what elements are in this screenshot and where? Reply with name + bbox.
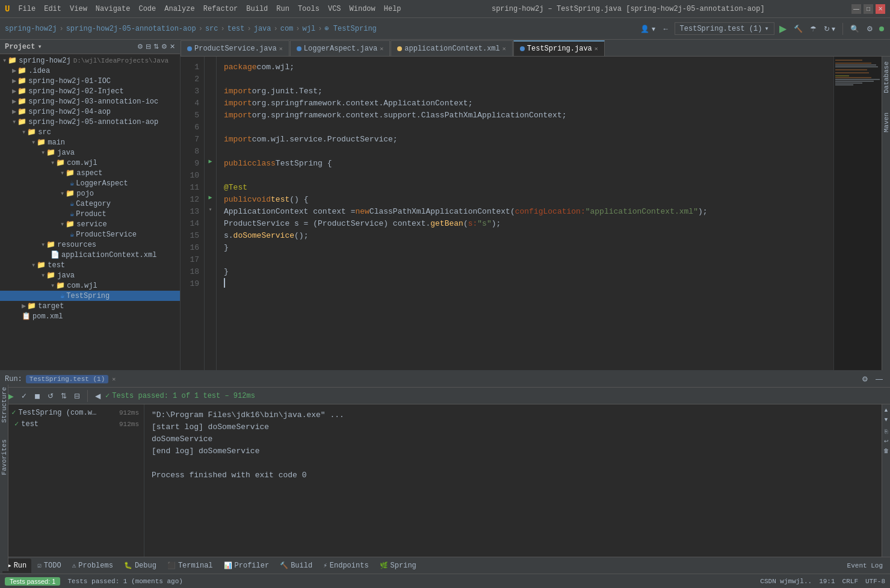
tests-passed-button[interactable]: Tests passed: 1 [5, 577, 60, 586]
charset-label[interactable]: UTF-8 [865, 578, 885, 585]
breadcrumb-part-4[interactable]: java [254, 25, 271, 33]
project-settings-icon[interactable]: ⚙ [137, 43, 143, 51]
menu-run[interactable]: Run [273, 4, 293, 14]
tab-appcontext[interactable]: applicationContext.xml ✕ [391, 40, 512, 56]
run-gutter-icon-9[interactable]: ▶ [205, 158, 216, 170]
tab-loggeraspect-close-icon[interactable]: ✕ [380, 45, 383, 52]
tree-item-test[interactable]: ▾ 📁 test [0, 260, 180, 270]
run-gutter-icon-12[interactable]: ▶ [205, 194, 216, 206]
breadcrumb-part-1[interactable]: spring-how2j-05-annotation-aop [66, 25, 196, 33]
tree-item-service[interactable]: ▾ 📁 service [0, 219, 180, 229]
bottom-tab-terminal[interactable]: ⬛ Terminal [162, 559, 218, 573]
tab-testspring-close-icon[interactable]: ✕ [595, 45, 598, 52]
bottom-tab-build[interactable]: 🔨 Build [275, 559, 317, 573]
run-stop-button[interactable]: ◼ [32, 391, 43, 401]
favorites-sidebar-label[interactable]: Favorites [1, 439, 8, 475]
project-chevron-icon[interactable]: ▾ [37, 42, 42, 51]
menu-refactor[interactable]: Refactor [200, 4, 242, 14]
run-scroll-up-button[interactable]: ▲ [881, 406, 890, 414]
search-button[interactable]: 🔍 [848, 23, 862, 34]
menu-view[interactable]: View [66, 4, 91, 14]
project-close-icon[interactable]: ✕ [170, 43, 175, 51]
run-config-selector[interactable]: TestSpring.test (1) ▾ [675, 22, 774, 35]
event-log-label[interactable]: Event Log [842, 562, 888, 569]
tree-item-testspring[interactable]: ☕ TestSpring [0, 291, 180, 301]
run-minimize-icon[interactable]: — [873, 374, 885, 385]
run-button[interactable]: ▶ [777, 22, 789, 36]
bottom-tab-problems[interactable]: ⚠ Problems [67, 559, 118, 573]
tree-item-productservice[interactable]: ☕ ProductService [0, 229, 180, 240]
menu-vcs[interactable]: VCS [324, 4, 345, 14]
maximize-button[interactable]: □ [864, 4, 873, 14]
tree-item-mod01[interactable]: ▶ 📁 spring-how2j-01-IOC [0, 76, 180, 86]
tree-item-resources[interactable]: ▾ 📁 resources [0, 240, 180, 250]
tree-item-mod04[interactable]: ▶ 📁 spring-how2j-04-aop [0, 107, 180, 117]
code-editor[interactable]: 1 2 3 4 5 6 7 8 9 10 11 12 13 14 [181, 57, 890, 370]
project-sort-icon[interactable]: ⇅ [153, 43, 159, 51]
project-gear-icon[interactable]: ⚙ [161, 43, 167, 51]
breadcrumb-part-3[interactable]: test [227, 25, 245, 33]
bottom-tab-endpoints[interactable]: ⚡ Endpoints [318, 559, 373, 573]
run-settings-icon[interactable]: ⚙ [859, 374, 871, 385]
run-tab-label[interactable]: TestSpring.test (1) [26, 375, 108, 383]
tab-testspring[interactable]: TestSpring.java ✕ [513, 40, 605, 56]
tab-productservice[interactable]: ProductService.java ✕ [181, 40, 289, 56]
tree-item-pojo[interactable]: ▾ 📁 pojo [0, 188, 180, 199]
menu-tools[interactable]: Tools [294, 4, 323, 14]
database-sidebar-label[interactable]: Database [883, 59, 890, 96]
tree-item-root[interactable]: ▾ 📁 spring-how2j D:\wjl\IdeaProjects\Jav… [0, 55, 180, 66]
code-content[interactable]: package com.wjl; import org.junit.Test; … [217, 57, 833, 370]
menu-edit[interactable]: Edit [40, 4, 65, 14]
breadcrumb-part-0[interactable]: spring-how2j [5, 25, 57, 33]
tree-item-mod02[interactable]: ▶ 📁 spring-how2j-02-Inject [0, 86, 180, 96]
bottom-tab-debug[interactable]: 🐛 Debug [119, 559, 161, 573]
tree-item-aspect[interactable]: ▾ 📁 aspect [0, 168, 180, 178]
structure-sidebar-label[interactable]: Structure [1, 387, 8, 422]
run-sort-button[interactable]: ⇅ [58, 391, 69, 401]
breadcrumb-part-5[interactable]: com [280, 25, 294, 33]
run-rerun-button[interactable]: ↺ [45, 391, 56, 401]
build-button[interactable]: 🔨 [791, 23, 805, 34]
settings-gear-button[interactable]: ⚙ [864, 23, 876, 34]
project-layout-icon[interactable]: ⊟ [146, 43, 151, 51]
tree-item-product[interactable]: ☕ Product [0, 209, 180, 219]
tree-item-category[interactable]: ☕ Category [0, 199, 180, 209]
run-filter-button[interactable]: ⊟ [72, 391, 82, 401]
close-button[interactable]: ✕ [876, 4, 885, 14]
run-clear-button[interactable]: 🗑 [881, 447, 890, 455]
run-wrap-button[interactable]: ↩ [882, 437, 891, 445]
run-check-button[interactable]: ✓ [19, 391, 29, 401]
collapse-gutter-icon-13[interactable]: ▾ [205, 206, 216, 218]
menu-file[interactable]: File [14, 4, 39, 14]
tree-item-pom[interactable]: 📋 pom.xml [0, 311, 180, 321]
minimize-button[interactable]: — [851, 4, 861, 14]
run-tab-close-icon[interactable]: ✕ [112, 376, 116, 383]
menu-window[interactable]: Window [346, 4, 379, 14]
tree-item-java-test[interactable]: ▾ 📁 java [0, 270, 180, 280]
breadcrumb-part-7[interactable]: ⊕ TestSpring [324, 24, 376, 33]
menu-build[interactable]: Build [243, 4, 271, 14]
profile-button[interactable]: 👤 ▾ [638, 23, 657, 34]
run-tree-item-suite[interactable]: ▾ ✓ TestSpring (com.w… 912ms [0, 407, 144, 418]
bottom-tab-spring[interactable]: 🌿 Spring [375, 559, 421, 573]
tree-item-idea[interactable]: ▶ 📁 .idea [0, 66, 180, 76]
tree-item-mod05[interactable]: ▾ 📁 spring-how2j-05-annotation-aop [0, 117, 180, 127]
tree-item-src[interactable]: ▾ 📁 src [0, 127, 180, 137]
navigate-back-button[interactable]: ← [660, 23, 672, 34]
coverage-button[interactable]: ☂ [808, 23, 819, 34]
run-prev-button[interactable]: ◀ [93, 391, 103, 401]
menu-navigate[interactable]: Navigate [92, 4, 134, 14]
run-tree-item-test[interactable]: ✓ test 912ms [0, 418, 144, 430]
tree-item-appcontext[interactable]: 📄 applicationContext.xml [0, 250, 180, 260]
menu-code[interactable]: Code [135, 4, 159, 14]
tree-item-main[interactable]: ▾ 📁 main [0, 137, 180, 147]
tab-productservice-close-icon[interactable]: ✕ [279, 45, 283, 52]
tree-item-loggeraspect[interactable]: ☕ LoggerAspect [0, 178, 180, 188]
tree-item-com-wjl[interactable]: ▾ 📁 com.wjl [0, 158, 180, 168]
tree-item-target[interactable]: ▶ 📁 target [0, 301, 180, 311]
tree-item-java-main[interactable]: ▾ 📁 java [0, 147, 180, 158]
maven-sidebar-label[interactable]: Maven [883, 110, 890, 135]
run-copy-button[interactable]: ⎘ [882, 427, 890, 436]
tree-item-com-wjl-test[interactable]: ▾ 📁 com.wjl [0, 280, 180, 291]
update-button[interactable]: ↻ ▾ [821, 23, 838, 34]
